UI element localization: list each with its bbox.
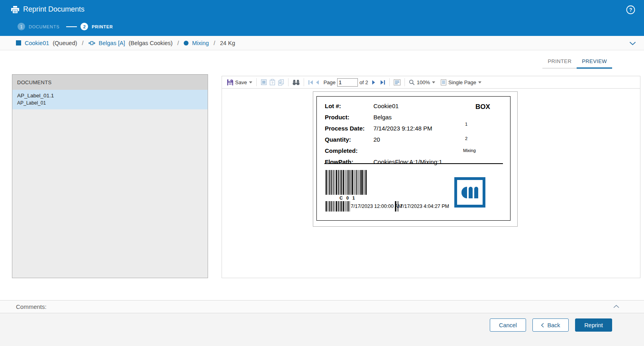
footer: Cancel Back Reprint (0, 313, 644, 346)
save-label: Save (235, 79, 247, 85)
copy-page-button[interactable] (277, 78, 285, 86)
reprint-button[interactable]: Reprint (575, 318, 612, 332)
view-tabs: PRINTER PREVIEW (542, 55, 612, 69)
breadcrumb-material-link[interactable]: Cookie01 (25, 40, 49, 46)
magnifier-icon (409, 79, 415, 85)
step-number: 1 (18, 23, 25, 30)
wizard-steps: 1 DOCUMENTS 2 PRINTER (18, 23, 113, 30)
date-barcode-2 (395, 201, 399, 212)
cm-logo (454, 177, 485, 208)
last-page-button[interactable] (379, 79, 387, 85)
page-title: Reprint Documents (23, 5, 84, 14)
toolbar-separator (404, 78, 405, 86)
side-annotation: 2 (465, 136, 467, 141)
timestamp-1: 7/17/2023 12:00:00 AM (351, 204, 402, 209)
breadcrumb-material-state: (Queued) (53, 40, 77, 46)
wizard-step-documents[interactable]: 1 DOCUMENTS (18, 23, 59, 30)
tab-printer[interactable]: PRINTER (542, 55, 577, 69)
field-label: Product: (325, 114, 373, 121)
documents-panel: DOCUMENTS AP_Label_01.1 AP_Label_01 (12, 74, 208, 278)
side-annotation: 1 (465, 122, 467, 127)
divider-line (324, 163, 503, 164)
chevron-left-icon (541, 323, 544, 328)
lot-barcode (326, 170, 367, 195)
preview-toolbar: Save ? (222, 76, 640, 89)
field-label: Completed: (325, 147, 373, 154)
chevron-down-icon (478, 81, 481, 83)
document-subtitle: AP_Label_01 (17, 100, 203, 106)
cancel-button[interactable]: Cancel (490, 318, 526, 332)
view-mode-control[interactable]: Single Page (440, 79, 483, 86)
printer-icon (11, 6, 19, 13)
export-document-button[interactable] (259, 78, 268, 86)
barcode-caption: C 0 1 (340, 196, 356, 200)
step-label: PRINTER (92, 24, 113, 29)
previous-page-button[interactable] (314, 79, 320, 85)
zoom-control[interactable]: 100% (408, 79, 436, 86)
preview-page: Lot #:Cookie01 Product:Belgas Process Da… (313, 91, 518, 227)
zoom-value: 100% (417, 79, 430, 85)
field-label: Lot #: (325, 103, 373, 109)
chevron-up-icon[interactable] (613, 304, 619, 308)
breadcrumb-product-description: (Belgas Cookies) (129, 40, 173, 46)
page-total-label: of 2 (359, 79, 368, 85)
svg-text:?: ? (271, 81, 273, 85)
timestamp-2: 7/17/2023 4:04:27 PM (400, 204, 449, 209)
toolbar-separator (256, 78, 257, 86)
toolbar-separator (304, 78, 304, 86)
preview-area: Lot #:Cookie01 Product:Belgas Process Da… (222, 89, 640, 278)
find-button[interactable] (291, 79, 301, 86)
tab-preview[interactable]: PREVIEW (577, 55, 612, 69)
document-title: AP_Label_01.1 (17, 93, 203, 99)
print-parameters-button[interactable]: ? (268, 78, 277, 86)
breadcrumb-step-link[interactable]: Mixing (192, 40, 209, 46)
first-page-icon (308, 80, 313, 85)
next-page-icon (372, 80, 375, 85)
logo-shape (474, 187, 478, 198)
document-map-icon (394, 79, 401, 85)
next-page-button[interactable] (371, 79, 377, 85)
document-map-button[interactable] (393, 79, 402, 86)
preview-panel: Save ? (222, 76, 640, 278)
logo-shape (469, 187, 473, 198)
field-value: 20 (373, 136, 380, 143)
first-page-button[interactable] (307, 79, 314, 85)
label-fields: Lot #:Cookie01 Product:Belgas Process Da… (325, 100, 442, 167)
label-document: Lot #:Cookie01 Product:Belgas Process Da… (316, 96, 510, 221)
logo-shape (461, 187, 467, 198)
help-icon[interactable]: ? (626, 5, 635, 15)
step-label: DOCUMENTS (29, 24, 59, 29)
chevron-down-icon (249, 81, 252, 83)
breadcrumb: Cookie01 (Queued) / Belgas [A] (Belgas C… (0, 36, 644, 50)
breadcrumb-separator: / (177, 40, 179, 46)
field-value: 7/14/2023 9:12:48 PM (373, 125, 432, 132)
field-label: Quantity: (325, 136, 373, 143)
chevron-down-icon[interactable] (629, 42, 636, 45)
view-mode-label: Single Page (448, 79, 476, 85)
material-square-icon (16, 40, 21, 45)
document-list-item-selected[interactable]: AP_Label_01.1 AP_Label_01 (12, 90, 208, 109)
breadcrumb-separator: / (82, 40, 84, 46)
toolbar-separator (389, 78, 390, 86)
back-label: Back (547, 322, 560, 328)
field-value: Cookie01 (373, 103, 399, 109)
step-number: 2 (80, 23, 88, 30)
field-value: Belgas (373, 114, 392, 121)
field-label: Process Date: (325, 125, 373, 132)
page-number-input[interactable] (337, 78, 358, 87)
breadcrumb-product-link[interactable]: Belgas [A] (99, 40, 125, 46)
previous-page-icon (316, 80, 319, 85)
svg-text:?: ? (629, 7, 632, 13)
document-lines-icon (261, 79, 267, 85)
wizard-step-printer[interactable]: 2 PRINTER (80, 23, 113, 30)
back-button[interactable]: Back (532, 318, 569, 332)
comments-bar: Comments: (0, 300, 644, 313)
save-button[interactable]: Save (226, 79, 253, 86)
page-label: Page (324, 79, 336, 85)
single-page-icon (441, 79, 446, 85)
cancel-label: Cancel (499, 322, 517, 328)
reprint-label: Reprint (584, 322, 603, 328)
toolbar-separator (288, 78, 289, 86)
app-header: Reprint Documents ? 1 DOCUMENTS 2 PRINTE… (0, 0, 644, 36)
binoculars-icon (293, 79, 300, 85)
